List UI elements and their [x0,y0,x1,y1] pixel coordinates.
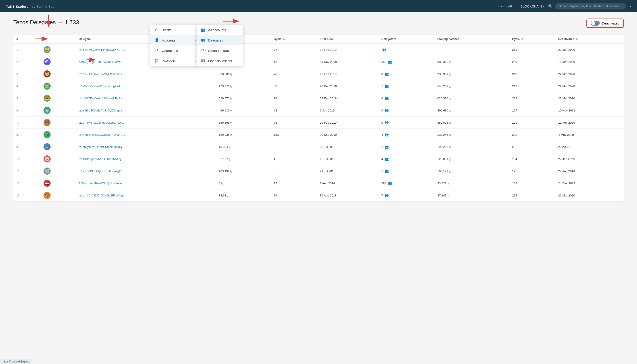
delegators-icon: 👥 [385,157,389,161]
row-cycle: 78 [271,116,317,129]
row-delegators: 1 👥 [378,165,434,177]
delegate-link[interactable]: tz1UmvCuYf997rQQcJ9pFFgaYeg... [79,194,125,197]
row-staking-cycle: 182 [509,177,555,190]
blockchain-chevron-icon: ▾ [543,5,544,8]
delegate-link[interactable]: tz1TK3a9gXccJVKUK1b9aN5Xaj... [79,158,124,161]
delegators-icon: 👥 [385,193,389,197]
row-avatar-cell: 🐯 [41,190,76,202]
deactivated-sort-icon[interactable]: ⇅ [576,38,578,40]
row-staking-cycle: 209 [509,56,555,68]
row-cycle: 78 [271,92,317,104]
delegators-icon: 👥 [385,120,389,124]
row-cycle: 19 [271,190,317,202]
row-staking-balance: 938,981 ꜩ [434,68,509,80]
row-first-block: 7 Jan 2019 [316,104,378,116]
row-staking-balance: 620,370 ꜩ [434,92,509,104]
row-delegate: tz1N88QEuaVAAoLNUmXjUP4Bw... [76,92,216,104]
api-nav-item[interactable]: <> <> API [498,3,514,10]
delegate-link[interactable]: tz1KhgkQYPxqzGCRGsFH9yvcrU... [79,133,125,136]
row-first-block: 14 Nov 2018 [316,56,378,68]
table-row: 11. 🐱 tz1YRDGSEDDyLdVDn6tXm2gG... 103,19… [13,165,624,177]
row-first-block: 23 Dec 2018 [316,80,378,92]
row-cycle: 6 [271,165,317,177]
row-deactivated: 24 Aug 2018 [555,165,624,177]
row-num: 8. [13,129,41,141]
dropdown-operations[interactable]: ⇄ Operations › [150,46,199,56]
protocols-arrow-icon: › [195,60,196,63]
tez-symbol: ꜩ [229,158,231,161]
row-staking-balance: 980,365 ꜩ [434,56,509,68]
row-cycle: 153 [271,129,317,141]
subdropdown-financial-assets[interactable]: 💵 Financial assets [197,56,243,66]
accounts-subdropdown[interactable]: 👥 All accounts 👥 Delegates </> Smart con… [197,25,243,66]
delegate-link[interactable]: tz1aJS7Pk9uWR3wWyFf1i3RwhY... [79,72,124,76]
row-staking-balance: 499,630 ꜩ [434,104,509,116]
delegate-link[interactable]: tz1N88QEuaVAAoLNUmXjUP4Bw... [79,97,125,100]
delegate-link[interactable]: tz1VPYwqTcaVSPpesxzteFLf7wF... [79,121,124,124]
row-delegate: tz1efGy1Hz3Pt1NcSUfdbkH1PdQ... [76,141,216,153]
row-avatar-cell: 😾 [41,68,76,80]
subdropdown-all-accounts[interactable]: 👥 All accounts [197,25,243,35]
row-num: 9. [13,141,41,153]
row-staking-cycle: 213 [509,190,555,202]
dropdown-accounts[interactable]: 👤 Accounts › [150,35,199,46]
delegators-icon: 👥 [385,96,389,100]
row-staking-balance: 196,205 ꜩ [434,141,509,153]
col-staking-cycle: Cycle ⇅ [509,35,555,44]
row-delegate: tz1KhgkQYPxqzGCRGsFH9yvcrU... [76,129,216,141]
delegate-link[interactable]: tz1Y6f6U8CKaEv7b4oGyZS4tgva... [79,109,124,112]
row-staking-cycle: 194 [509,153,555,165]
row-balance: 499,630 ꜩ [216,104,271,116]
toggle-switch[interactable] [591,21,600,26]
delegate-link[interactable]: tz1efGy1Hz3Pt1NcSUfdbkH1PdQ... [79,145,125,148]
table-row: 1. 🐱 tz1T7duV5gZWSTq4YpBGbXNLTf... 770,5… [13,44,624,56]
row-num: 13. [13,190,41,202]
operations-icon: ⇄ [154,48,159,53]
row-num: 5. [13,92,41,104]
avatar: 🐯 [44,192,51,199]
delegate-link[interactable]: TzDutch (tz1PesW5khQNhy4revu... [79,182,124,185]
delegate-link[interactable]: tz1YRDGSEDDyLdVDn6tXm2gG... [79,170,124,173]
table-row: 6. 🤖 tz1Y6f6U8CKaEv7b4oGyZS4tgva... 499,… [13,104,624,116]
delegates-table: # Delegate Balance ⇅ Cycle ⇅ First block… [13,35,624,201]
row-first-block: 18 Feb 2019 [316,44,378,56]
row-first-block: 15 Jul 2018 [316,153,378,165]
row-cycle: 12 [271,177,317,190]
row-avatar-cell: 🐷 [41,153,76,165]
delegators-icon: 👥 [388,181,392,185]
row-delegators: 0 👥 [378,116,434,129]
financial-assets-icon: 💵 [201,58,205,63]
dropdown-protocols[interactable]: 📋 Protocols › [150,56,199,66]
staking-cycle-sort-icon[interactable]: ⇅ [521,38,523,40]
dropdown-blocks[interactable]: ⬡ Blocks [150,25,199,35]
delegate-link[interactable]: tz1T7duV5gZWSTq4YpBGbXNLTf... [79,48,125,52]
row-delegators: 7 👥 [378,190,434,202]
menu-dots-icon[interactable]: ⋮ [628,4,632,9]
search-input[interactable] [555,3,626,10]
subdropdown-delegates[interactable]: 👥 Delegates [197,35,243,46]
row-first-block: 21 Jul 2018 [316,165,378,177]
cycle-sort-icon[interactable]: ⇅ [283,38,285,40]
row-deactivated: 11 Feb 2020 [555,116,624,129]
row-cycle: 78 [271,68,317,80]
row-staking-cycle: 213 [509,80,555,92]
row-first-block: 30 Sep 2019 [316,129,378,141]
row-first-block: 19 Feb 2019 [316,116,378,129]
row-staking-balance: 93,822 ꜩ [434,177,509,190]
row-staking-balance: 120,831 ꜩ [434,153,509,165]
blockchain-dropdown[interactable]: ⬡ Blocks 👤 Accounts › ⇄ Operations › 📋 P… [150,25,199,66]
tez-symbol: ꜩ [230,72,232,76]
row-balance: 180,935 ꜩ [216,129,271,141]
row-delegators: 0 👥 [378,104,434,116]
delegate-link[interactable]: Airfoil (tz1gk3TDbU7cJuiBRMhw... [79,60,123,64]
blockchain-nav-item[interactable]: BLOCKCHAIN ▾ [519,3,545,10]
subdropdown-smart-contracts[interactable]: </> Smart contracts [197,46,243,56]
tez-symbol: ꜩ [230,133,232,136]
row-delegate: tz1Y6f6U8CKaEv7b4oGyZS4tgva... [76,104,216,116]
row-delegators: 👥 [378,44,434,56]
delegate-link[interactable]: tz1eVaNx3gCmG1EsLjijkmgAxdL... [79,84,124,88]
delegators-icon: 👥 [388,60,392,64]
tez-symbol: ꜩ [230,121,232,124]
row-first-block: 30 Aug 2018 [316,190,378,202]
deactivated-toggle[interactable]: Deactivated [586,18,624,28]
